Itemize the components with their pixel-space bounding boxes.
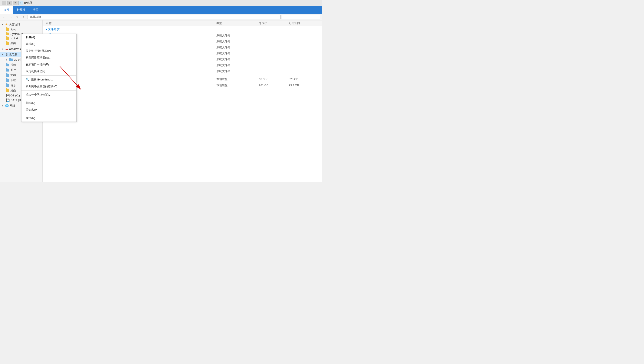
menu-item-0[interactable]: 折叠(A)	[22, 34, 76, 41]
network-arrow: ▶	[2, 104, 5, 107]
thispc-arrow: ▾	[2, 54, 5, 56]
creativecloud-arrow: ▶	[2, 48, 5, 50]
search-icon: 🔍	[26, 78, 29, 81]
3d-expand-arrow: ▶	[6, 59, 9, 61]
dropdown-button[interactable]: ▾	[14, 14, 20, 20]
videos-folder-icon	[6, 64, 9, 66]
thispc-icon: 🖥	[5, 53, 8, 56]
content-header: 名称 类型 总大小 可用空间	[42, 20, 322, 26]
menu-item-11[interactable]: 属性(R)	[22, 115, 76, 122]
table-row[interactable]: 图片 系统文件夹	[42, 44, 322, 50]
ribbon: 文件 计算机 查看	[0, 6, 322, 14]
menu-item-2[interactable]: 固定到"开始"屏幕(P)	[22, 48, 76, 54]
drive-d-icon: 💾	[6, 98, 10, 102]
folders-toggle-icon: ▾	[46, 28, 47, 31]
desktop-quick-folder-icon	[6, 42, 9, 45]
table-row[interactable]: 文档 系统文件夹	[42, 50, 322, 56]
system32-folder-icon	[6, 32, 9, 35]
menu-separator-7	[22, 90, 76, 91]
title-bar-buttons: – □ × ▾	[2, 1, 23, 5]
close-icon[interactable]: ×	[13, 1, 18, 5]
up-button[interactable]: ↑	[21, 14, 26, 20]
path-icon: 🖥	[29, 15, 32, 18]
music-folder-icon	[6, 84, 9, 87]
menu-item-9[interactable]: 删除(D)	[22, 100, 76, 106]
table-row[interactable]: 💽DATA (D:) 本地磁盘 931 GB 73.4 GB	[42, 82, 322, 88]
menu-item-1[interactable]: 管理(G)	[22, 41, 76, 48]
maximize-icon[interactable]: □	[7, 1, 12, 5]
creativecloud-icon: ☁	[5, 47, 8, 50]
context-menu: 折叠(A)管理(G)固定到"开始"屏幕(P)映射网络驱动器(N)...在新窗口中…	[21, 34, 76, 122]
menu-item-6[interactable]: 🔍搜索 Everything...	[22, 76, 76, 83]
address-bar: ← → ▾ ↑ 🖥 › 此电脑	[0, 14, 322, 20]
search-input[interactable]	[282, 15, 320, 19]
ribbon-tab-computer[interactable]: 计算机	[13, 6, 29, 14]
xmind-folder-icon	[6, 37, 9, 40]
menu-item-5[interactable]: 固定到快速访问	[22, 68, 76, 75]
forward-button[interactable]: →	[8, 14, 13, 20]
sidebar-header-quickaccess[interactable]: ▾ ★ 快速访问	[0, 22, 42, 27]
folders-section-header[interactable]: ▾ 文件夹 (7)	[42, 26, 322, 32]
menu-item-3[interactable]: 映射网络驱动器(N)...	[22, 54, 76, 61]
table-row[interactable]: 桌面 系统文件夹	[42, 68, 322, 74]
3d-folder-icon	[9, 58, 13, 61]
menu-separator-8	[22, 99, 76, 99]
title-bar-title: 此电脑	[24, 1, 32, 5]
quickaccess-arrow: ▾	[2, 24, 5, 26]
title-bar: – □ × ▾ 此电脑	[0, 0, 322, 6]
menu-item-4[interactable]: 在新窗口中打开(E)	[22, 61, 76, 68]
table-row[interactable]: 3D 对象 系统文件夹	[42, 32, 322, 38]
back-button[interactable]: ←	[2, 14, 7, 20]
menu-item-8[interactable]: 添加一个网络位置(L)	[22, 91, 76, 98]
table-row[interactable]: 音乐 系统文件夹	[42, 62, 322, 68]
network-label: 网络	[10, 104, 15, 108]
pictures-folder-icon	[6, 69, 9, 72]
spacer	[42, 74, 322, 76]
path-current: 此电脑	[33, 15, 41, 19]
ribbon-tab-file[interactable]: 文件	[0, 6, 13, 14]
table-row[interactable]: 💽OS (C:) 本地磁盘 937 GB 323 GB	[42, 76, 322, 82]
qat-arrow-icon[interactable]: ▾	[18, 1, 23, 5]
table-row[interactable]: 视频 系统文件夹	[42, 38, 322, 44]
menu-item-7[interactable]: 断开网络驱动器的连接(C)...	[22, 83, 76, 90]
java-folder-icon	[6, 28, 9, 31]
desktop-pc-folder-icon	[6, 89, 9, 92]
quickaccess-label: 快速访问	[9, 22, 20, 26]
thispc-label: 此电脑	[9, 52, 17, 56]
menu-separator-5	[22, 75, 76, 76]
sidebar-item-java[interactable]: Java	[0, 27, 42, 32]
col-header-name[interactable]: 名称	[46, 21, 216, 25]
minimize-icon[interactable]: –	[2, 1, 6, 5]
drive-c-icon: 💾	[6, 94, 10, 97]
ribbon-tab-view[interactable]: 查看	[29, 6, 42, 14]
quickaccess-star-icon: ★	[5, 23, 8, 26]
col-header-size[interactable]: 总大小	[259, 21, 289, 25]
documents-folder-icon	[6, 74, 9, 77]
folders-section-label: 文件夹 (7)	[48, 28, 60, 31]
col-header-type[interactable]: 类型	[216, 21, 259, 25]
downloads-folder-icon	[6, 79, 9, 82]
table-row[interactable]: 下载 系统文件夹	[42, 56, 322, 62]
col-header-free[interactable]: 可用空间	[289, 21, 318, 25]
content-area: 名称 类型 总大小 可用空间 ▾ 文件夹 (7) 3D 对象 系统文件夹 视频 …	[42, 20, 322, 182]
address-path[interactable]: 🖥 › 此电脑	[27, 15, 281, 19]
menu-item-10[interactable]: 重命名(M)	[22, 106, 76, 113]
network-icon: 🌐	[5, 104, 9, 107]
